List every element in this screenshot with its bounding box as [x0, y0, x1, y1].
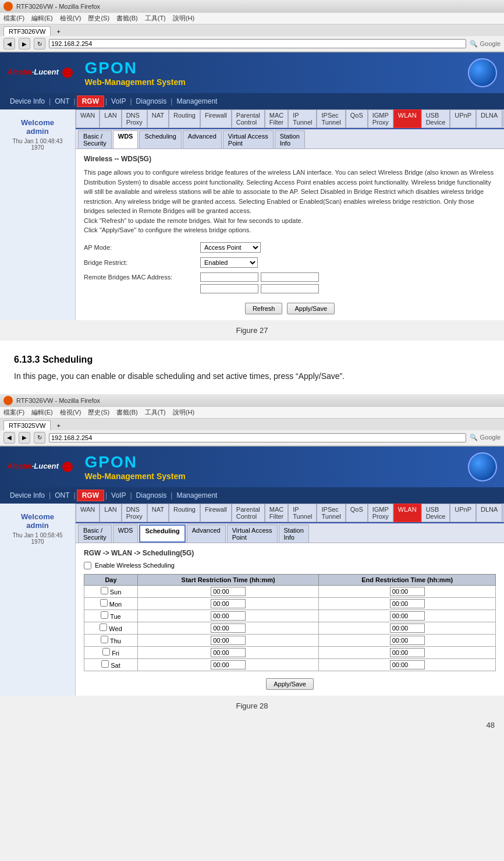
- nav2-voip[interactable]: VoIP: [108, 490, 129, 501]
- subtab2-scheduling[interactable]: Scheduling: [139, 525, 185, 543]
- subtab2-station[interactable]: StationInfo: [279, 525, 309, 543]
- menu2-history[interactable]: 歷史(S): [88, 408, 109, 417]
- nav2-management[interactable]: Management: [173, 490, 220, 501]
- subtab-advanced[interactable]: Advanced: [183, 130, 222, 148]
- start-input-5[interactable]: [211, 648, 246, 657]
- end-input-1[interactable]: [390, 599, 425, 608]
- tab2-parental[interactable]: ParentalControl: [232, 504, 265, 522]
- tab-ip-tunnel[interactable]: IPTunnel: [288, 109, 317, 128]
- start-input-0[interactable]: [211, 587, 246, 596]
- new-tab-button-1[interactable]: +: [53, 27, 63, 36]
- back-button-1[interactable]: ◀: [3, 38, 15, 49]
- nav-ont[interactable]: ONT: [52, 96, 72, 107]
- ap-mode-select[interactable]: Access Point Wireless Bridge Disabled: [200, 242, 261, 253]
- menu2-view[interactable]: 檢視(V): [60, 408, 81, 417]
- refresh-button-wds[interactable]: Refresh: [245, 303, 283, 314]
- menu-help[interactable]: 說明(H): [173, 14, 194, 23]
- tab2-igmp[interactable]: IGMPProxy: [368, 504, 393, 522]
- end-input-2[interactable]: [390, 611, 425, 621]
- subtab2-advanced[interactable]: Advanced: [187, 525, 226, 543]
- apply-button-scheduling[interactable]: Apply/Save: [266, 678, 314, 690]
- subtab2-basic-security[interactable]: Basic /Security: [78, 525, 112, 543]
- menu2-help[interactable]: 說明(H): [173, 408, 194, 417]
- enable-scheduling-checkbox[interactable]: [84, 562, 91, 569]
- tab-igmp[interactable]: IGMPProxy: [368, 109, 393, 128]
- mac-input-1b[interactable]: [261, 272, 319, 282]
- tab-parental[interactable]: ParentalControl: [232, 109, 265, 128]
- tab-usb[interactable]: USBDevice: [421, 109, 450, 128]
- mac-input-2b[interactable]: [261, 284, 319, 293]
- tab-dns-proxy[interactable]: DNSProxy: [122, 109, 147, 128]
- menu2-tools[interactable]: 工具(T): [145, 408, 166, 417]
- tab-qos[interactable]: QoS: [346, 109, 368, 128]
- start-input-2[interactable]: [211, 611, 246, 621]
- nav2-diagnosis[interactable]: Diagnosis: [133, 490, 170, 501]
- end-input-6[interactable]: [390, 660, 425, 669]
- subtab-wds[interactable]: WDS: [113, 130, 139, 148]
- bridge-restrict-select[interactable]: Enabled Disabled Enabled(Scan): [200, 257, 258, 268]
- active-tab-2[interactable]: RTF3025VW: [3, 420, 51, 430]
- new-tab-button-2[interactable]: +: [53, 421, 63, 430]
- tab2-firewall[interactable]: Firewall: [200, 504, 232, 522]
- day-checkbox-3[interactable]: [100, 623, 107, 631]
- tab2-ip-tunnel[interactable]: IPTunnel: [288, 504, 317, 522]
- nav-management[interactable]: Management: [173, 96, 220, 107]
- day-checkbox-2[interactable]: [101, 611, 108, 619]
- address-bar-1[interactable]: [49, 39, 466, 48]
- nav-rgw[interactable]: RGW: [77, 95, 104, 107]
- apply-button-wds[interactable]: Apply/Save: [287, 303, 335, 314]
- tab-wlan[interactable]: WLAN: [393, 109, 421, 128]
- day-checkbox-5[interactable]: [102, 648, 110, 656]
- day-checkbox-6[interactable]: [101, 660, 109, 668]
- nav2-ont[interactable]: ONT: [52, 490, 72, 501]
- start-input-3[interactable]: [211, 623, 246, 633]
- subtab-vap[interactable]: Virtual AccessPoint: [223, 130, 274, 148]
- forward-button-1[interactable]: ▶: [19, 38, 30, 49]
- start-input-1[interactable]: [211, 599, 246, 608]
- menu-bookmarks[interactable]: 書籤(B): [116, 14, 138, 23]
- tab-ipsec[interactable]: IPSecTunnel: [317, 109, 345, 128]
- end-input-4[interactable]: [390, 636, 425, 645]
- subtab2-vap[interactable]: Virtual AccessPoint: [227, 525, 278, 543]
- day-checkbox-1[interactable]: [100, 599, 108, 607]
- tab2-ipsec[interactable]: IPSecTunnel: [317, 504, 345, 522]
- menu2-file[interactable]: 檔案(F): [3, 408, 24, 417]
- mac-input-1a[interactable]: [200, 272, 258, 282]
- tab2-wan[interactable]: WAN: [76, 504, 100, 522]
- tab2-lan[interactable]: LAN: [100, 504, 121, 522]
- tab2-qos[interactable]: QoS: [346, 504, 368, 522]
- tab2-mac-filter[interactable]: MACFilter: [265, 504, 288, 522]
- tab-wan[interactable]: WAN: [76, 109, 100, 128]
- tab-mac-filter[interactable]: MACFilter: [265, 109, 288, 128]
- tab2-usb[interactable]: USBDevice: [421, 504, 450, 522]
- refresh-button-2[interactable]: ↻: [34, 432, 45, 444]
- tab2-upnp[interactable]: UPnP: [450, 504, 476, 522]
- menu-edit[interactable]: 編輯(E): [31, 14, 53, 23]
- tab2-wlan[interactable]: WLAN: [393, 504, 421, 522]
- subtab-station[interactable]: StationInfo: [275, 130, 305, 148]
- day-checkbox-0[interactable]: [101, 587, 108, 594]
- start-input-6[interactable]: [211, 660, 246, 669]
- nav2-device-info[interactable]: Device Info: [7, 490, 48, 501]
- start-input-4[interactable]: [211, 636, 246, 645]
- tab-nat[interactable]: NAT: [147, 109, 169, 128]
- address-bar-2[interactable]: [49, 433, 466, 442]
- menu-tools[interactable]: 工具(T): [145, 14, 166, 23]
- subtab-scheduling[interactable]: Scheduling: [139, 130, 181, 148]
- forward-button-2[interactable]: ▶: [19, 432, 30, 444]
- end-input-5[interactable]: [390, 648, 425, 657]
- refresh-button-1[interactable]: ↻: [34, 38, 45, 49]
- menu2-edit[interactable]: 編輯(E): [31, 408, 53, 417]
- subtab-basic-security[interactable]: Basic /Security: [78, 130, 112, 148]
- nav-device-info[interactable]: Device Info: [7, 96, 48, 107]
- tab2-dns-proxy[interactable]: DNSProxy: [122, 504, 147, 522]
- nav-diagnosis[interactable]: Diagnosis: [133, 96, 170, 107]
- mac-input-2a[interactable]: [200, 284, 258, 293]
- nav2-rgw[interactable]: RGW: [77, 490, 104, 501]
- tab2-dlna[interactable]: DLNA: [476, 504, 502, 522]
- tab2-nat[interactable]: NAT: [147, 504, 169, 522]
- tab-upnp[interactable]: UPnP: [450, 109, 476, 128]
- end-input-3[interactable]: [390, 623, 425, 633]
- menu-view[interactable]: 檢視(V): [60, 14, 81, 23]
- tab-lan[interactable]: LAN: [100, 109, 121, 128]
